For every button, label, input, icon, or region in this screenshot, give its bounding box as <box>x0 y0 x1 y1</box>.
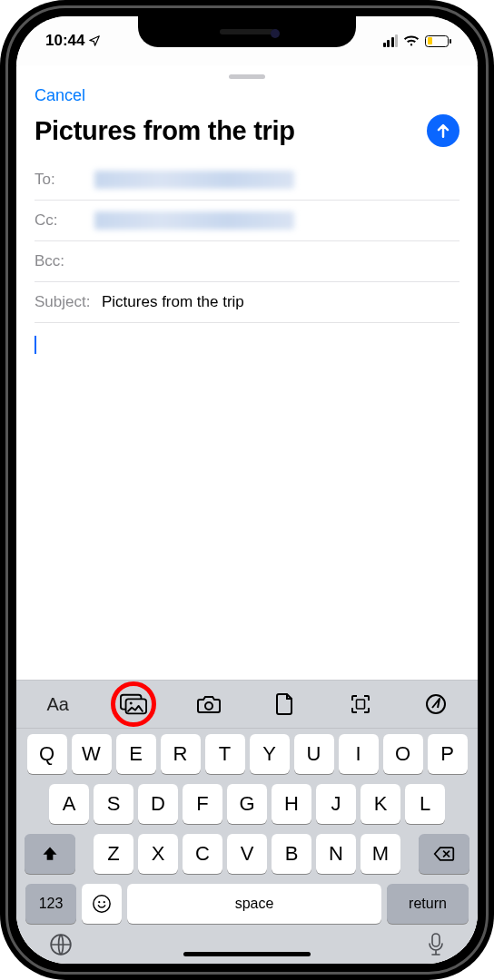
arrow-up-icon <box>434 122 452 140</box>
keyboard-toolbar: Aa <box>16 680 478 729</box>
send-button[interactable] <box>427 114 459 147</box>
markup-icon[interactable] <box>409 686 463 722</box>
return-key[interactable]: return <box>387 884 469 924</box>
key-n[interactable]: N <box>316 834 356 874</box>
key-v[interactable]: V <box>227 834 267 874</box>
keyboard-row-3: Z X C V B N M <box>20 834 474 874</box>
keyboard-row-1: Q W E R T Y U I O P <box>20 734 474 774</box>
subject-field[interactable]: Subject: Pictures from the trip <box>35 282 459 323</box>
svg-rect-10 <box>432 934 440 946</box>
cancel-button[interactable]: Cancel <box>35 86 85 105</box>
svg-rect-4 <box>356 700 364 709</box>
backspace-icon <box>433 846 455 862</box>
dictation-key[interactable] <box>427 933 445 956</box>
key-b[interactable]: B <box>272 834 311 874</box>
phone-frame: 10:44 Cancel Pictures from the trip <box>0 0 494 980</box>
screen: 10:44 Cancel Pictures from the trip <box>16 16 478 964</box>
key-r[interactable]: R <box>161 734 201 774</box>
key-u[interactable]: U <box>294 734 334 774</box>
key-p[interactable]: P <box>428 734 468 774</box>
space-key[interactable]: space <box>127 884 381 924</box>
front-camera <box>271 29 280 38</box>
cc-field[interactable]: Cc: <box>35 201 459 241</box>
keyboard-row-4: 123 space return <box>20 884 474 924</box>
key-i[interactable]: I <box>339 734 379 774</box>
globe-icon <box>49 933 73 956</box>
key-f[interactable]: F <box>183 784 222 824</box>
keyboard: Aa <box>16 680 478 964</box>
key-d[interactable]: D <box>138 784 178 824</box>
key-t[interactable]: T <box>205 734 245 774</box>
cc-label: Cc: <box>35 211 93 230</box>
svg-point-3 <box>205 702 212 710</box>
key-w[interactable]: W <box>72 734 112 774</box>
home-indicator[interactable] <box>183 952 311 956</box>
compose-title: Pictures from the trip <box>35 116 295 146</box>
camera-icon[interactable] <box>182 686 236 722</box>
text-cursor <box>35 336 36 354</box>
key-j[interactable]: J <box>316 784 356 824</box>
key-y[interactable]: Y <box>250 734 290 774</box>
microphone-icon <box>427 933 445 956</box>
document-icon[interactable] <box>258 686 312 722</box>
key-e[interactable]: E <box>116 734 156 774</box>
subject-label: Subject: <box>35 293 102 311</box>
wifi-icon <box>403 34 420 47</box>
text-format-icon[interactable]: Aa <box>31 686 85 722</box>
svg-point-7 <box>98 901 100 903</box>
key-m[interactable]: M <box>361 834 400 874</box>
svg-point-6 <box>94 896 110 912</box>
key-h[interactable]: H <box>272 784 311 824</box>
battery-icon <box>425 35 449 47</box>
cellular-signal-icon <box>383 34 399 47</box>
key-q[interactable]: Q <box>27 734 67 774</box>
key-z[interactable]: Z <box>94 834 133 874</box>
key-g[interactable]: G <box>227 784 267 824</box>
compose-sheet: Cancel Pictures from the trip To: Cc: <box>16 67 478 964</box>
key-l[interactable]: L <box>405 784 445 824</box>
key-k[interactable]: K <box>361 784 400 824</box>
bcc-label: Bcc: <box>35 252 93 270</box>
emoji-icon <box>92 894 112 914</box>
to-field[interactable]: To: <box>35 160 459 201</box>
photo-library-icon[interactable] <box>106 686 161 722</box>
to-value-redacted <box>94 171 294 189</box>
key-a[interactable]: A <box>49 784 89 824</box>
scan-document-icon[interactable] <box>333 686 388 722</box>
notch <box>138 16 356 47</box>
subject-value: Pictures from the trip <box>102 293 244 311</box>
key-o[interactable]: O <box>383 734 423 774</box>
key-x[interactable]: X <box>138 834 178 874</box>
to-label: To: <box>35 171 93 189</box>
key-c[interactable]: C <box>183 834 222 874</box>
location-arrow-icon <box>88 34 101 47</box>
key-s[interactable]: S <box>94 784 133 824</box>
cc-value-redacted <box>94 211 294 230</box>
keyboard-row-2: A S D F G H J K L <box>20 784 474 824</box>
svg-point-8 <box>104 901 105 903</box>
shift-key[interactable] <box>25 834 75 874</box>
globe-key[interactable] <box>49 933 73 956</box>
delete-key[interactable] <box>419 834 469 874</box>
status-time: 10:44 <box>45 32 84 50</box>
numbers-key[interactable]: 123 <box>25 884 76 924</box>
emoji-key[interactable] <box>82 884 122 924</box>
message-body[interactable] <box>16 323 478 680</box>
svg-point-2 <box>130 702 133 705</box>
bcc-field[interactable]: Bcc: <box>35 241 459 282</box>
shift-icon <box>41 845 59 863</box>
